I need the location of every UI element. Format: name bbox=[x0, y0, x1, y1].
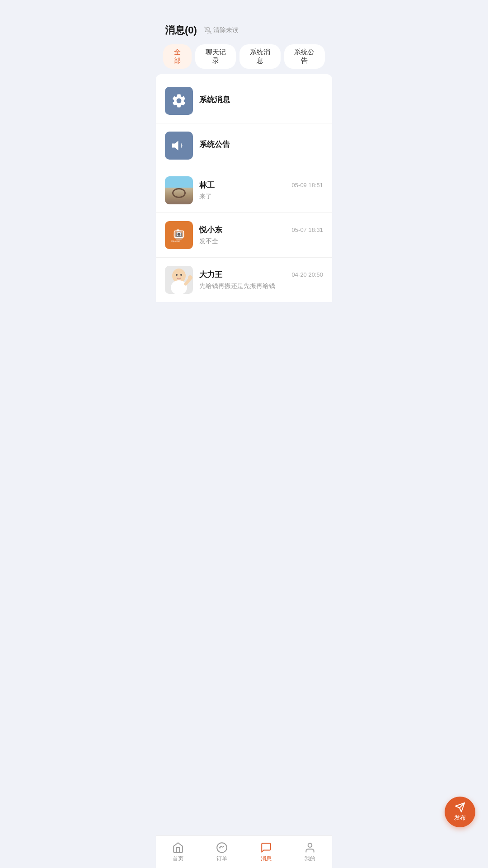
gear-icon bbox=[171, 93, 187, 109]
avatar-da-li-wang bbox=[165, 266, 193, 294]
message-list: 系统消息 系统公告 林工 05-09 18:51 bbox=[156, 74, 332, 302]
bell-off-icon bbox=[204, 27, 211, 34]
speaker-icon bbox=[171, 137, 187, 154]
item-name-system-announce: 系统公告 bbox=[199, 139, 230, 150]
item-preview-yue-xiaodong: 发不全 bbox=[199, 237, 323, 245]
status-bar bbox=[156, 0, 332, 20]
item-name-da-li-wang: 大力王 bbox=[199, 269, 222, 280]
item-time-lin-gong: 05-09 18:51 bbox=[292, 182, 323, 189]
tabs-container: 全部 聊天记录 系统消息 系统公告 bbox=[156, 44, 332, 74]
svg-point-14 bbox=[176, 274, 178, 276]
avatar-yue-xiaodong: 写服永益础 bbox=[165, 221, 193, 249]
list-item-system-msg[interactable]: 系统消息 bbox=[156, 79, 332, 123]
svg-point-15 bbox=[180, 274, 182, 276]
avatar-system-msg bbox=[165, 87, 193, 115]
item-preview-lin-gong: 来了 bbox=[199, 193, 323, 201]
tab-chat-history[interactable]: 聊天记录 bbox=[195, 44, 236, 69]
tab-all[interactable]: 全部 bbox=[163, 44, 192, 69]
baby-icon bbox=[165, 266, 192, 294]
svg-text:写服永益础: 写服永益础 bbox=[171, 240, 180, 242]
item-name-lin-gong: 林工 bbox=[199, 180, 215, 190]
camera-icon: 写服永益础 bbox=[169, 226, 188, 245]
item-content-lin-gong: 林工 05-09 18:51 来了 bbox=[199, 180, 323, 201]
item-content-yue-xiaodong: 悦小东 05-07 18:31 发不全 bbox=[199, 225, 323, 245]
item-time-yue-xiaodong: 05-07 18:31 bbox=[292, 226, 323, 233]
svg-rect-7 bbox=[177, 229, 179, 231]
svg-point-13 bbox=[188, 275, 192, 280]
item-preview-da-li-wang: 先给钱再搬还是先搬再给钱 bbox=[199, 282, 323, 290]
list-item-yue-xiaodong[interactable]: 写服永益础 悦小东 05-07 18:31 发不全 bbox=[156, 213, 332, 258]
tab-system-message[interactable]: 系统消息 bbox=[239, 44, 280, 69]
item-name-yue-xiaodong: 悦小东 bbox=[199, 225, 222, 235]
avatar-lin-gong bbox=[165, 176, 193, 204]
page-title: 消息(0) bbox=[165, 24, 197, 37]
clear-label: 清除未读 bbox=[213, 26, 239, 34]
list-item-lin-gong[interactable]: 林工 05-09 18:51 来了 bbox=[156, 168, 332, 213]
avatar-system-announce bbox=[165, 132, 193, 160]
svg-marker-1 bbox=[172, 141, 178, 151]
list-item-system-announce[interactable]: 系统公告 bbox=[156, 123, 332, 168]
item-content-system-announce: 系统公告 bbox=[199, 139, 323, 152]
item-content-system-msg: 系统消息 bbox=[199, 94, 323, 107]
clear-unread-button[interactable]: 清除未读 bbox=[204, 26, 239, 34]
item-name-system-msg: 系统消息 bbox=[199, 94, 230, 105]
svg-line-0 bbox=[205, 27, 211, 34]
list-item-da-li-wang[interactable]: 大力王 04-20 20:50 先给钱再搬还是先搬再给钱 bbox=[156, 258, 332, 302]
item-time-da-li-wang: 04-20 20:50 bbox=[292, 271, 323, 278]
item-content-da-li-wang: 大力王 04-20 20:50 先给钱再搬还是先搬再给钱 bbox=[199, 269, 323, 290]
header: 消息(0) 清除未读 bbox=[156, 20, 332, 44]
tab-system-announce[interactable]: 系统公告 bbox=[284, 44, 325, 69]
